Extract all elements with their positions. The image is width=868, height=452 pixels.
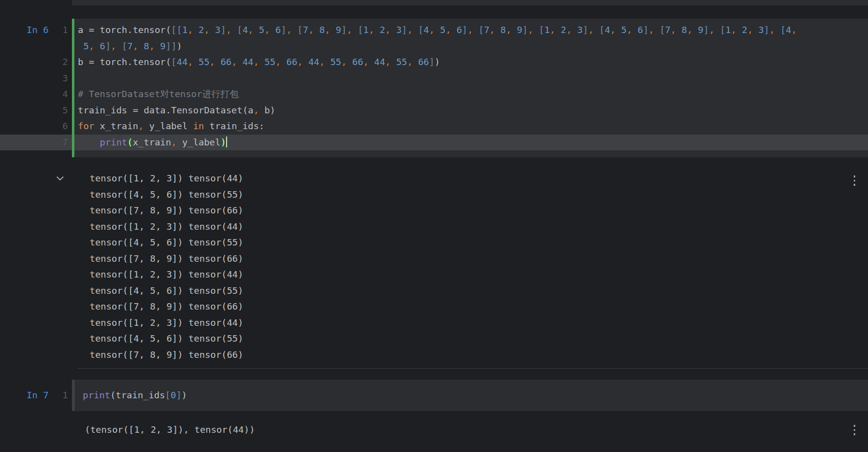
code-cell-in7[interactable]: 1print(train_ids[0]) In 7 [0, 380, 868, 411]
token-default [253, 25, 259, 35]
token-number: 1 [182, 25, 188, 35]
token-default [303, 57, 308, 67]
token-number: 66 [418, 57, 429, 67]
code-cell-in6[interactable]: 1a = torch.tensor([[1, 2, 3], [4, 5, 6],… [0, 19, 868, 157]
token-number: 55 [265, 57, 275, 67]
token-default [237, 57, 242, 67]
line-number: 2 [63, 54, 68, 70]
editor-row[interactable]: 7 print(x_train, y_label) [0, 135, 868, 151]
token-default [209, 25, 215, 35]
gutter [0, 38, 72, 55]
token-comma: , [89, 41, 94, 51]
output-kebab-menu-icon[interactable] [853, 424, 857, 436]
editor-row[interactable]: 3 [0, 70, 868, 87]
output-line: (tensor([1, 2, 3]), tensor(44)) [85, 422, 868, 438]
gutter: 4 [0, 86, 72, 103]
output-line: tensor([7, 8, 9]) tensor(66) [90, 203, 868, 219]
code-line[interactable]: print(x_train, y_label) [72, 135, 868, 151]
token-comma: , [188, 57, 193, 67]
token-bracket: [ [599, 25, 604, 35]
token-comma: , [670, 25, 676, 35]
token-default [753, 25, 758, 35]
token-comma: , [490, 25, 495, 35]
token-comma: , [506, 25, 511, 35]
gutter: 7 [0, 135, 72, 151]
output-line: tensor([1, 2, 3]) tensor(44) [90, 267, 868, 283]
editor-row[interactable]: 1print(train_ids[0]) [0, 387, 868, 404]
editor-row[interactable]: 4# TensorDataset对tensor进行打包 [0, 86, 868, 103]
editor-row[interactable]: 6for x_train, y_label in train_ids: [0, 118, 868, 135]
code-line[interactable] [72, 70, 868, 87]
token-number: 5 [259, 25, 265, 35]
token-default [314, 25, 319, 35]
token-bracket: [ [298, 25, 303, 35]
token-default [193, 57, 199, 67]
token-bracket: [ [780, 25, 786, 35]
line-number: 1 [63, 22, 68, 38]
execution-count-label-in7: In 7 [27, 387, 49, 404]
token-comma: , [253, 57, 259, 67]
token-default: ) [434, 57, 440, 67]
token-default [434, 25, 440, 35]
token-bracket: ] [703, 25, 709, 35]
token-default [495, 25, 501, 35]
token-default [281, 57, 286, 67]
text-caret [226, 137, 227, 147]
cell-divider [78, 368, 868, 369]
output-kebab-menu-icon[interactable] [853, 174, 857, 187]
token-default [193, 25, 199, 35]
token-bracket: [ [165, 390, 170, 400]
token-default [94, 41, 100, 51]
token-default [270, 25, 275, 35]
token-number: 8 [681, 25, 687, 35]
code-line[interactable]: train_ids = data.TensorDataset(a, b) [72, 103, 868, 119]
token-number: 44 [308, 57, 319, 67]
token-bracket: ] [462, 25, 467, 35]
token-number: 5 [621, 25, 627, 35]
token-number: 6 [637, 25, 643, 35]
code-line[interactable]: # TensorDataset对tensor进行打包 [72, 86, 868, 103]
token-bracket: [[ [171, 25, 182, 35]
token-number: 2 [380, 25, 385, 35]
token-comma: , [445, 25, 451, 35]
token-comma: , [429, 25, 434, 35]
code-line[interactable]: for x_train, y_label in train_ids: [72, 118, 868, 135]
collapse-output-chevron-down-icon[interactable] [54, 173, 66, 184]
token-keyword: for [78, 121, 94, 131]
code-line[interactable]: b = torch.tensor([44, 55, 66, 44, 55, 66… [72, 54, 868, 70]
token-default [736, 25, 742, 35]
token-number: 7 [303, 25, 308, 35]
token-default [116, 41, 122, 51]
code-line[interactable]: a = torch.tensor([[1, 2, 3], [4, 5, 6], … [72, 22, 868, 38]
code-line[interactable]: print(train_ids[0]) [72, 387, 868, 404]
token-default [594, 25, 599, 35]
token-default: ) [177, 41, 182, 51]
editor-row[interactable]: 1a = torch.tensor([[1, 2, 3], [4, 5, 6],… [0, 22, 868, 38]
token-comma: , [253, 105, 259, 115]
token-default [325, 57, 330, 67]
token-number: 44 [177, 57, 188, 67]
token-default [714, 25, 720, 35]
token-number: 1 [544, 25, 550, 35]
token-comma: , [467, 25, 473, 35]
editor-row[interactable]: 2b = torch.tensor([44, 55, 66, 44, 55, 6… [0, 54, 868, 70]
token-number: 3 [758, 25, 764, 35]
editor-row[interactable]: 5, 6], [7, 8, 9]]) [0, 38, 868, 55]
code-lines-in6[interactable]: 1a = torch.tensor([[1, 2, 3], [4, 5, 6],… [0, 19, 868, 157]
token-number: 9 [698, 25, 703, 35]
focused-cell-indicator-bar [72, 19, 74, 157]
previous-cell-bottom-edge[interactable] [72, 0, 868, 5]
code-lines-in7[interactable]: 1print(train_ids[0]) [0, 380, 868, 411]
token-number: 66 [286, 57, 297, 67]
token-comma: , [649, 25, 654, 35]
token-bracket: [ [122, 41, 127, 51]
code-line[interactable]: 5, 6], [7, 8, 9]]) [72, 38, 868, 55]
token-comma: , [610, 25, 616, 35]
token-comma: , [528, 25, 534, 35]
editor-row[interactable]: 5train_ids = data.TensorDataset(a, b) [0, 103, 868, 119]
token-default [374, 25, 380, 35]
token-bracket: ] [583, 25, 588, 35]
line-number: 4 [63, 86, 68, 103]
token-number: 5 [440, 25, 445, 35]
token-number: 3 [396, 25, 401, 35]
